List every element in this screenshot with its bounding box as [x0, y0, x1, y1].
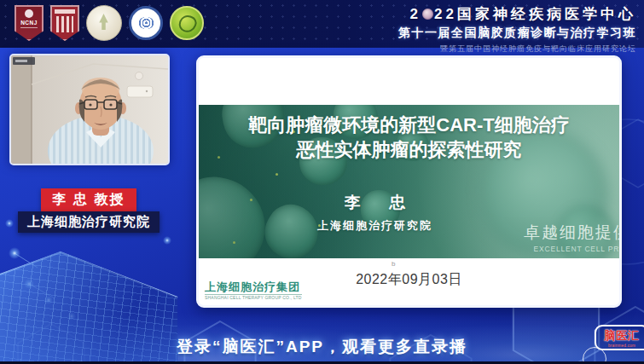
- group-logo-en: SHANGHAI CELL THERAPY GROUP CO., LTD: [205, 294, 302, 301]
- brainmed-domain: brainmed.com: [600, 344, 644, 348]
- speaker-portrait: [11, 55, 168, 164]
- speaker-affiliation-badge: 上海细胞治疗研究院: [18, 211, 160, 233]
- event-header-bar: NCNJ 222国家神经疾病医学中心 第十一届全国脑胶质瘤诊断与治疗学习班 暨第…: [0, 0, 644, 48]
- event-center-title: 222国家神经疾病医学中心: [398, 4, 636, 24]
- organizer-logo-row: NCNJ: [15, 5, 204, 41]
- brainmed-name: 脑医汇: [600, 328, 644, 344]
- participant-name-tag: [13, 57, 35, 65]
- green-society-seal-logo: [170, 6, 204, 40]
- event-session-title: 第十一届全国脑胶质瘤诊断与治疗学习班: [398, 26, 636, 41]
- slide-bottom-band: b 2022年09月03日 上海细胞治疗集团 SHANGHAI CELL THE…: [199, 258, 619, 303]
- provider-en: EXCELLENT CELL PROV: [524, 245, 619, 253]
- group-logo-cn: 上海细胞治疗集团: [205, 281, 302, 293]
- year-prefix: 2: [410, 6, 421, 22]
- speck: [233, 241, 235, 244]
- year-suffix: 22: [434, 6, 457, 22]
- ncnj-emblem-icon: [25, 9, 33, 18]
- cursor-mark: b: [392, 260, 395, 268]
- presentation-slide: 靶向肿瘤微环境的新型CAR-T细胞治疗 恶性实体肿瘤的探索性研究 李 忠 上海细…: [196, 55, 622, 308]
- slide-top-band: [199, 58, 619, 105]
- hospital-shield-logo: [50, 5, 79, 41]
- brainmed-logo: 脑医汇 brainmed.com: [595, 325, 644, 350]
- slide-title: 靶向肿瘤微环境的新型CAR-T细胞治疗 恶性实体肿瘤的探索性研究: [199, 105, 619, 162]
- slide-title-line2: 恶性实体肿瘤的探索性研究: [199, 138, 619, 163]
- brainmed-bubble: 脑医汇 brainmed.com: [595, 325, 644, 350]
- app-promo-message: 登录“脑医汇”APP，观看更多直录播: [0, 336, 644, 358]
- event-title-block: 222国家神经疾病医学中心 第十一届全国脑胶质瘤诊断与治疗学习班 暨第五届中国神…: [398, 4, 636, 55]
- webinar-stream-stage: NCNJ 222国家神经疾病医学中心 第十一届全国脑胶质瘤诊断与治疗学习班 暨第…: [0, 0, 644, 364]
- provider-cn: 卓越细胞提供: [524, 222, 619, 244]
- silver-seal-logo: [86, 5, 122, 41]
- speaker-name-badge: 李 忠 教授: [41, 188, 137, 211]
- ncnj-label: NCNJ: [20, 20, 38, 26]
- cell-provider-watermark: 卓越细胞提供 EXCELLENT CELL PROV: [524, 222, 619, 253]
- speaker-video-feed: [9, 54, 170, 165]
- slide-title-line1: 靶向肿瘤微环境的新型CAR-T细胞治疗: [199, 113, 619, 138]
- center-name: 国家神经疾病医学中心: [457, 6, 636, 22]
- blue-brain-seal-logo: [129, 6, 163, 40]
- speaker-badges: 李 忠 教授 上海细胞治疗研究院: [7, 188, 171, 233]
- brain-icon: [422, 9, 433, 20]
- slide-speaker-name: 李 忠: [199, 192, 585, 214]
- cell-therapy-group-logo: 上海细胞治疗集团 SHANGHAI CELL THERAPY GROUP CO.…: [205, 281, 302, 300]
- event-subtitle: 暨第五届中国神经肿瘤免疫与靶向临床应用研究论坛: [398, 43, 636, 55]
- slide-artwork: 靶向肿瘤微环境的新型CAR-T细胞治疗 恶性实体肿瘤的探索性研究 李 忠 上海细…: [199, 105, 619, 258]
- speck: [276, 173, 278, 176]
- ncnj-shield-logo: NCNJ: [15, 5, 44, 41]
